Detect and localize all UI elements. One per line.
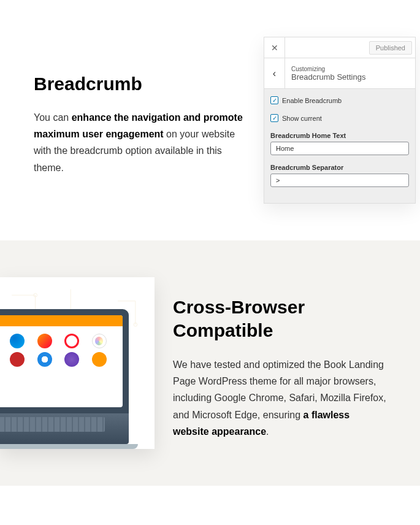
cross-browser-text-block: Cross-Browser Compatible We have tested … xyxy=(173,277,386,449)
panel-title: Breadcrumb Settings xyxy=(291,72,365,82)
laptop-screen xyxy=(0,309,129,413)
breadcrumb-heading: Breadcrumb xyxy=(34,74,245,94)
show-current-row[interactable]: ✓ Show current xyxy=(270,114,409,122)
enable-breadcrumb-row[interactable]: ✓ Enable Breadcrumb xyxy=(270,96,409,104)
breadcrumb-description: You can enhance the navigation and promo… xyxy=(34,109,245,176)
url-bar xyxy=(0,315,123,326)
show-current-label: Show current xyxy=(282,115,322,122)
browser-icon xyxy=(10,352,25,367)
separator-group: Breadcrumb Separator xyxy=(270,164,409,187)
close-button[interactable]: ✕ xyxy=(264,37,285,58)
home-text-group: Breadcrumb Home Text xyxy=(270,132,409,155)
laptop-keyboard xyxy=(0,413,129,444)
customizer-panel-wrap: ✕ Published ‹ Customizing Breadcrumb Set… xyxy=(264,37,420,204)
cross-browser-heading: Cross-Browser Compatible xyxy=(173,296,386,342)
home-text-input[interactable] xyxy=(270,142,409,155)
laptop-base xyxy=(0,444,138,449)
browser-window xyxy=(0,315,123,407)
laptop-icon xyxy=(0,309,129,449)
checkbox-checked-icon: ✓ xyxy=(270,114,278,122)
text-pre: You can xyxy=(34,112,72,123)
separator-input[interactable] xyxy=(270,174,409,187)
firefox-icon xyxy=(37,334,52,348)
cross-browser-description: We have tested and optimized the Book La… xyxy=(173,356,386,440)
enable-breadcrumb-label: Enable Breadcrumb xyxy=(282,97,342,104)
checkbox-checked-icon: ✓ xyxy=(270,96,278,104)
opera-icon xyxy=(64,334,79,348)
safari-icon xyxy=(92,334,107,348)
separator-label: Breadcrumb Separator xyxy=(270,164,409,171)
breadcrumb-section: Breadcrumb You can enhance the navigatio… xyxy=(0,0,420,240)
text-post: . xyxy=(266,426,269,437)
published-badge: Published xyxy=(369,41,412,55)
close-icon: ✕ xyxy=(271,43,278,53)
panel-header: ✕ Published xyxy=(264,37,415,58)
safari-alt-icon xyxy=(37,352,52,367)
cross-browser-section: Cross-Browser Compatible We have tested … xyxy=(0,240,420,486)
browser-icon xyxy=(64,352,79,367)
chevron-left-icon: ‹ xyxy=(273,68,276,79)
panel-subtitle: Customizing xyxy=(291,66,365,72)
breadcrumb-text-block: Breadcrumb You can enhance the navigatio… xyxy=(34,37,245,204)
home-text-label: Breadcrumb Home Text xyxy=(270,132,409,139)
laptop-illustration-wrap xyxy=(0,277,155,449)
panel-titles: Customizing Breadcrumb Settings xyxy=(285,66,365,82)
browser-icons-grid xyxy=(0,326,123,407)
uc-browser-icon xyxy=(92,352,107,367)
panel-body: ✓ Enable Breadcrumb ✓ Show current Bread… xyxy=(264,89,415,203)
edge-icon xyxy=(10,334,25,348)
text-pre: We have tested and optimized the Book La… xyxy=(173,359,386,420)
laptop-illustration xyxy=(0,283,148,449)
customizer-panel: ✕ Published ‹ Customizing Breadcrumb Set… xyxy=(264,37,416,204)
panel-title-row: ‹ Customizing Breadcrumb Settings xyxy=(264,58,415,89)
back-button[interactable]: ‹ xyxy=(264,58,285,89)
laptop-card xyxy=(0,277,155,449)
